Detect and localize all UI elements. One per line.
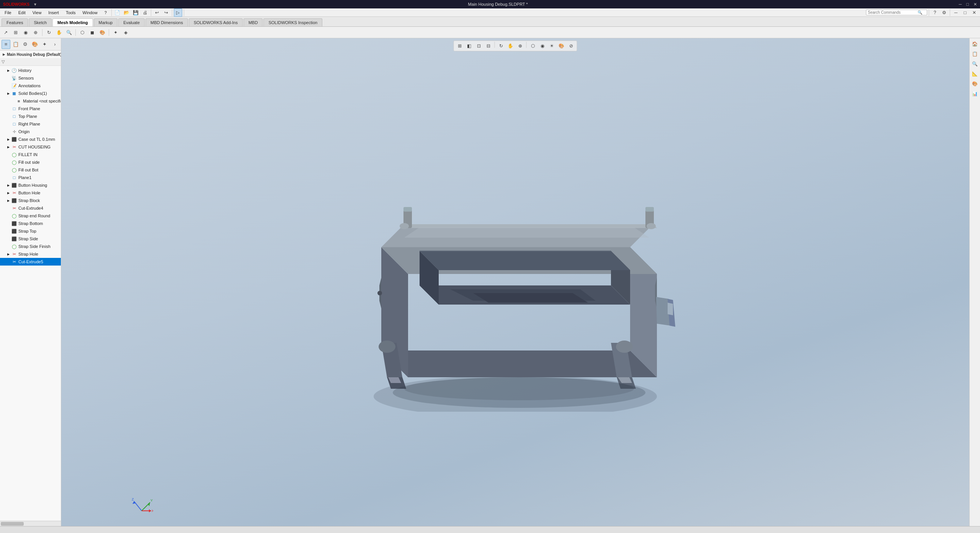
tab-sw-inspection[interactable]: SOLIDWORKS Inspection [263,18,322,26]
win-min[interactable]: ─ [952,8,960,17]
vp-btn-lights[interactable]: ☀ [548,42,556,50]
tb-display1[interactable]: ⬡ [78,28,87,37]
toolbar-new[interactable]: 📄 [113,8,122,17]
vp-btn-zoom-fit[interactable]: ⊕ [516,42,524,50]
tree-item-fill-out-bot[interactable]: ◯ Fill out Bot [0,166,61,174]
tree-item-strap-bottom[interactable]: ⬛ Strap Bottom [0,220,61,227]
sidebar-icon-config[interactable]: ⚙ [21,40,29,49]
right-panel-measure[interactable]: 📐 [971,70,979,78]
search-bar[interactable]: 🔍 [866,10,927,15]
tb-display2[interactable]: ◼ [88,28,96,37]
sidebar-scrollbar[interactable] [0,521,61,526]
viewport[interactable]: ⊞ ◧ ⊡ ⊟ ↻ ✋ ⊕ ⬡ ◉ ☀ 🎨 ⊘ [61,38,969,526]
right-panel-search[interactable]: 🔍 [971,60,979,68]
tree-item-strap-end-round[interactable]: ◯ Strap end Round [0,212,61,220]
toolbar-save[interactable]: 💾 [132,8,140,17]
tree-item-history[interactable]: ▶ 🕐 History [0,67,61,74]
tree-item-strap-hole[interactable]: ▶ ✂ Strap Hole [0,250,61,258]
tb-zoom[interactable]: 🔍 [65,28,73,37]
help-btn[interactable]: ? [931,8,939,17]
sidebar-icon-appearance[interactable]: 🎨 [31,40,39,49]
toolbar-redo[interactable]: ↪ [162,8,170,17]
tree-item-strap-block[interactable]: ▶ ⬛ Strap Block [0,197,61,204]
tb-view4[interactable]: ⊕ [31,28,40,37]
tb-appear[interactable]: ◈ [121,28,130,37]
tab-sketch[interactable]: Sketch [29,18,52,26]
maximize-button[interactable]: □ [966,2,969,7]
menu-file[interactable]: File [2,10,15,16]
sidebar-icon-feature-tree[interactable]: ≡ [2,40,10,49]
tree-item-front-plane[interactable]: □ Front Plane [0,105,61,112]
vp-btn-pan[interactable]: ✋ [506,42,515,50]
tree-item-case-out[interactable]: ▶ ⬛ Case out TL 0.1mm [0,135,61,143]
vp-btn-section[interactable]: ⊘ [567,42,575,50]
tab-mbd-dimensions[interactable]: MBD Dimensions [145,18,188,26]
toolbar-print[interactable]: 🖨 [141,8,149,17]
toolbar-select[interactable]: ▷ [174,8,182,17]
vp-btn-display-style[interactable]: ⬡ [529,42,537,50]
tb-sep3 [109,29,109,36]
minimize-button[interactable]: ─ [959,2,962,7]
tree-item-cut-housing[interactable]: ▶ ✂ CUT HOUSEING [0,143,61,151]
vp-btn-view1[interactable]: ◧ [465,42,474,50]
menu-view[interactable]: View [29,10,45,16]
menu-insert[interactable]: Insert [45,10,62,16]
menu-help[interactable]: ? [101,10,110,16]
tb-display3[interactable]: 🎨 [98,28,106,37]
tree-item-cut-extrude5[interactable]: ✂ Cut-Extrude5 [0,258,61,266]
right-panel-properties[interactable]: 📋 [971,50,979,58]
tab-mbd[interactable]: MBD [243,18,263,26]
tab-sw-addins[interactable]: SOLIDWORKS Add-Ins [189,18,243,26]
tree-item-button-hole[interactable]: ▶ ✂ Button Hole [0,189,61,197]
tree-item-material[interactable]: ■ Material <not specified> [0,97,61,105]
options-btn[interactable]: ⚙ [940,8,948,17]
tree-item-annotations[interactable]: 📝 Annotations [0,82,61,90]
right-panel-home[interactable]: 🏠 [971,40,979,48]
menu-tools[interactable]: Tools [63,10,79,16]
right-panel-stats[interactable]: 📊 [971,90,979,98]
vp-btn-home[interactable]: ⊞ [456,42,464,50]
vp-btn-display2[interactable]: ◉ [538,42,547,50]
win-max[interactable]: □ [961,8,969,17]
win-close[interactable]: ✕ [970,8,978,17]
tb-pan[interactable]: ✋ [55,28,63,37]
tree-item-solid-bodies[interactable]: ▶ ◼ Solid Bodies(1) [0,90,61,97]
title-bar-controls[interactable]: ─ □ ✕ [959,2,977,7]
tb-section[interactable]: ✦ [111,28,120,37]
toolbar-undo[interactable]: ↩ [153,8,161,17]
tab-markup[interactable]: Markup [94,18,118,26]
tab-features[interactable]: Features [2,18,28,26]
toolbar-open[interactable]: 📂 [122,8,131,17]
tree-item-fillet-in[interactable]: ◯ FILLET IN [0,151,61,158]
tree-item-strap-side[interactable]: ⬛ Strap Side [0,235,61,243]
tb-view2[interactable]: ⊞ [11,28,20,37]
vp-btn-appear[interactable]: 🎨 [557,42,566,50]
tree-item-button-housing[interactable]: ▶ ⬛ Button Housing [0,181,61,189]
tab-mesh-modeling[interactable]: Mesh Modeling [52,18,93,26]
tb-view1[interactable]: ↗ [2,28,10,37]
vp-btn-rotate[interactable]: ↻ [497,42,505,50]
tree-item-strap-side-finish[interactable]: ◯ Strap Side Finish [0,243,61,250]
tab-evaluate[interactable]: Evaluate [118,18,145,26]
tree-item-origin[interactable]: ✛ Origin [0,128,61,135]
scrollbar-thumb[interactable] [1,522,24,526]
sidebar-icon-properties[interactable]: 📋 [11,40,20,49]
right-panel-appearance[interactable]: 🎨 [971,80,979,88]
tree-item-right-plane[interactable]: □ Right Plane [0,120,61,128]
vp-btn-view2[interactable]: ⊡ [475,42,483,50]
menu-window[interactable]: Window [80,10,101,16]
tb-rotate[interactable]: ↻ [45,28,53,37]
tree-item-plane1[interactable]: □ Plane1 [0,174,61,181]
tb-view3[interactable]: ◉ [21,28,30,37]
tree-item-cut-extrude4[interactable]: ✂ Cut-Extrude4 [0,204,61,212]
tree-item-sensors[interactable]: 📡 Sensors [0,74,61,82]
tree-item-fill-out-side[interactable]: ◯ Fill out side [0,158,61,166]
sidebar-icon-custom[interactable]: ✦ [40,40,49,49]
sidebar-expand-btn[interactable]: › [51,40,59,49]
tree-item-top-plane[interactable]: □ Top Plane [0,112,61,120]
vp-btn-view3[interactable]: ⊟ [484,42,493,50]
menu-edit[interactable]: Edit [15,10,29,16]
tree-item-strap-top[interactable]: ⬛ Strap Top [0,227,61,235]
search-input[interactable] [868,10,918,15]
close-button[interactable]: ✕ [973,2,977,7]
